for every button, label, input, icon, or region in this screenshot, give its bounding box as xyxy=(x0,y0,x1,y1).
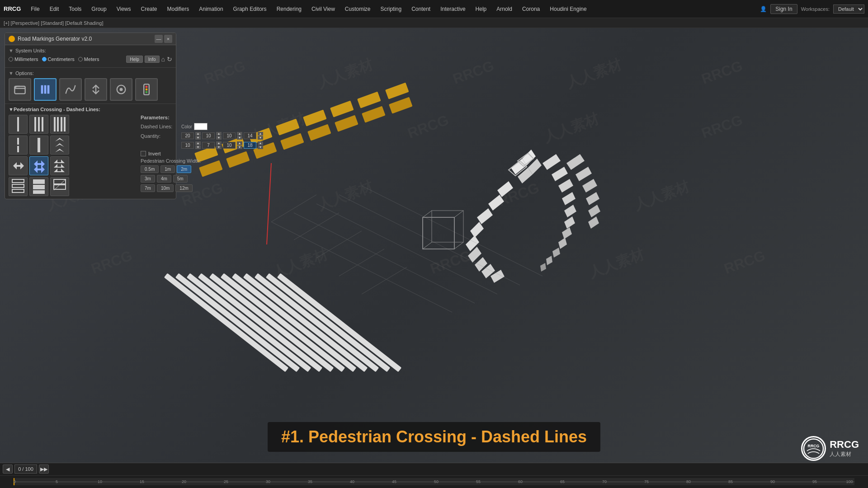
quantity-input-1[interactable] xyxy=(181,132,194,139)
quantity-input-4[interactable] xyxy=(244,132,256,139)
ped-icon-8[interactable] xyxy=(29,156,48,175)
ped-icon-3[interactable] xyxy=(50,115,69,134)
menu-item-tools[interactable]: Tools xyxy=(64,4,86,14)
ruler-mark-85: 85 xyxy=(728,479,733,484)
ruler-mark-15: 15 xyxy=(140,479,144,484)
panel-minimize-button[interactable]: — xyxy=(155,35,163,43)
svg-rect-108 xyxy=(33,179,45,184)
invert-checkbox[interactable] xyxy=(141,151,146,156)
subtitle-text: #1. Pedestrian Crossing - Dashed Lines xyxy=(268,422,600,452)
width-3m[interactable]: 3m xyxy=(141,175,155,183)
spin-up-8[interactable]: ▲ xyxy=(258,141,263,145)
menu-item-graph-editors[interactable]: Graph Editors xyxy=(229,4,271,14)
ruler-mark-90: 90 xyxy=(770,479,775,484)
svg-rect-92 xyxy=(64,117,66,131)
menu-item-content[interactable]: Content xyxy=(407,4,435,14)
row2-input-4[interactable] xyxy=(244,142,256,149)
spin-down-6[interactable]: ▼ xyxy=(216,145,222,149)
menu-item-create[interactable]: Create xyxy=(136,4,161,14)
spin-up-1[interactable]: ▲ xyxy=(195,132,201,136)
ped-icons-grid xyxy=(9,115,69,196)
svg-rect-88 xyxy=(42,117,43,131)
spin-up-2[interactable]: ▲ xyxy=(216,132,222,136)
menu-item-arnold[interactable]: Arnold xyxy=(492,4,517,14)
color-swatch[interactable] xyxy=(194,123,208,130)
workspaces-select[interactable]: Default xyxy=(833,5,864,14)
menu-item-animation[interactable]: Animation xyxy=(194,4,227,14)
menu-item-scripting[interactable]: Scripting xyxy=(376,4,406,14)
ped-icon-4[interactable] xyxy=(9,136,28,155)
width-5m[interactable]: 5m xyxy=(173,175,188,183)
spin-down-4[interactable]: ▼ xyxy=(258,136,263,140)
prev-frame-button[interactable]: ◀ xyxy=(3,465,13,474)
svg-rect-78 xyxy=(47,85,50,94)
option-curves-button[interactable] xyxy=(59,78,82,101)
menu-item-interactive[interactable]: Interactive xyxy=(436,4,470,14)
width-1m[interactable]: 1m xyxy=(160,165,175,173)
millimeters-radio[interactable]: Millimeters xyxy=(9,56,38,62)
option-folder-button[interactable] xyxy=(9,78,31,101)
spin-down-2[interactable]: ▼ xyxy=(216,136,222,140)
ped-content: Parameters: Dashed Lines: Color Quantity… xyxy=(9,115,172,196)
frame-input[interactable] xyxy=(14,465,37,474)
menu-item-group[interactable]: Group xyxy=(87,4,111,14)
menu-item-rendering[interactable]: Rendering xyxy=(272,4,306,14)
rrcg-logo: RRCG RRCG 人人素材 xyxy=(801,436,859,461)
menu-item-help[interactable]: Help xyxy=(471,4,491,14)
row2-input-1[interactable] xyxy=(181,142,194,149)
menu-item-file[interactable]: File xyxy=(26,4,44,14)
next-frame-button[interactable]: ▶▶ xyxy=(39,465,49,474)
home-icon-button[interactable]: ⌂ xyxy=(161,56,165,63)
width-2m[interactable]: 2m xyxy=(177,165,191,173)
spin-up-3[interactable]: ▲ xyxy=(237,132,242,136)
width-10m[interactable]: 10m xyxy=(157,184,174,192)
menu-item-corona[interactable]: Corona xyxy=(518,4,544,14)
quantity-input-3[interactable] xyxy=(223,132,236,139)
refresh-icon-button[interactable]: ↻ xyxy=(167,56,172,63)
millimeters-dot xyxy=(9,57,13,61)
option-circle-button[interactable] xyxy=(110,78,132,101)
spin-down-5[interactable]: ▼ xyxy=(195,145,201,149)
width-4m[interactable]: 4m xyxy=(157,175,171,183)
ped-icon-5[interactable] xyxy=(29,136,48,155)
menu-item-views[interactable]: Views xyxy=(112,4,136,14)
menu-item-customize[interactable]: Customize xyxy=(340,4,375,14)
width-7m[interactable]: 7m xyxy=(141,184,155,192)
spin-up-7[interactable]: ▲ xyxy=(237,141,242,145)
ped-icon-12[interactable] xyxy=(50,177,69,196)
menu-item-houdini[interactable]: Houdini Engine xyxy=(545,4,591,14)
option-lines-button[interactable] xyxy=(34,78,57,101)
help-button[interactable]: Help xyxy=(126,56,143,63)
row2-input-3[interactable] xyxy=(223,142,236,149)
spin-up-5[interactable]: ▲ xyxy=(195,141,201,145)
row2-input-2[interactable] xyxy=(202,142,215,149)
sign-in-button[interactable]: Sign In xyxy=(770,4,797,14)
ruler-mark-10: 10 xyxy=(98,479,102,484)
spin-down-8[interactable]: ▼ xyxy=(258,145,263,149)
panel-close-button[interactable]: × xyxy=(164,35,172,43)
ped-icon-10[interactable] xyxy=(9,177,28,196)
ped-icon-11[interactable] xyxy=(29,177,48,196)
centimeters-radio[interactable]: Centimeters xyxy=(42,56,75,62)
spin-up-6[interactable]: ▲ xyxy=(216,141,222,145)
spinner-5: ▲ ▼ xyxy=(195,141,201,149)
menu-item-civil-view[interactable]: Civil View xyxy=(307,4,340,14)
meters-radio[interactable]: Meters xyxy=(78,56,99,62)
ped-icon-9[interactable] xyxy=(50,156,69,175)
width-12m[interactable]: 12m xyxy=(175,184,192,192)
ped-icon-1[interactable] xyxy=(9,115,28,134)
menu-item-modifiers[interactable]: Modifiers xyxy=(163,4,194,14)
info-button[interactable]: Info xyxy=(145,56,160,63)
ped-icon-2[interactable] xyxy=(29,115,48,134)
width-0-5m[interactable]: 0.5m xyxy=(141,165,159,173)
option-arrows-button[interactable] xyxy=(85,78,107,101)
spin-down-7[interactable]: ▼ xyxy=(237,145,242,149)
spin-down-3[interactable]: ▼ xyxy=(237,136,242,140)
menu-item-edit[interactable]: Edit xyxy=(45,4,64,14)
spin-down-1[interactable]: ▼ xyxy=(195,136,201,140)
spin-up-4[interactable]: ▲ xyxy=(258,132,263,136)
quantity-input-2[interactable] xyxy=(202,132,215,139)
ped-icon-6[interactable] xyxy=(50,136,69,155)
option-traffic-button[interactable] xyxy=(135,78,158,101)
ped-icon-7[interactable] xyxy=(9,156,28,175)
